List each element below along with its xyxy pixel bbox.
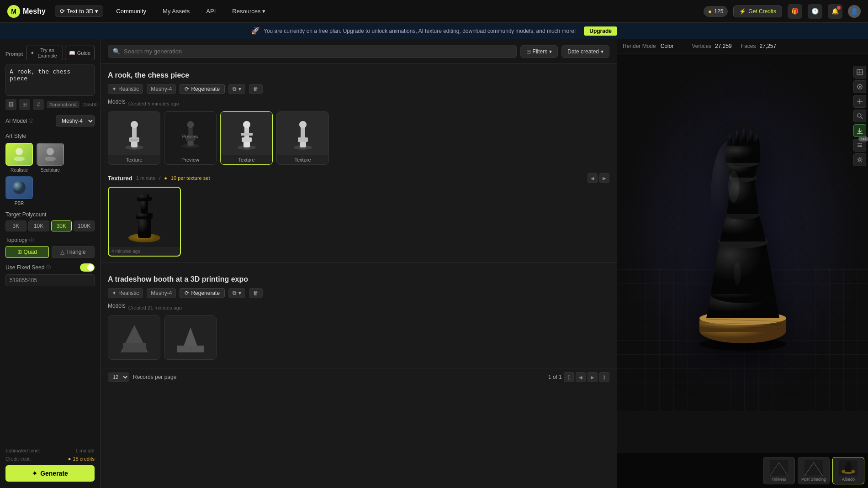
svg-marker-55 [734, 127, 741, 146]
filter-chevron-icon: ▾ [549, 48, 552, 55]
3d-viewer[interactable] [617, 53, 868, 411]
svg-point-66 [734, 262, 741, 285]
copy-action-button-2[interactable]: ⧉ ▾ [228, 288, 245, 298]
resources-nav[interactable]: Resources ▾ [228, 6, 269, 16]
layers-button[interactable] [853, 139, 866, 152]
poly-3k-button[interactable]: 3K [5, 220, 26, 231]
generate-button[interactable]: ✦ Generate [5, 465, 95, 482]
community-nav[interactable]: Community [112, 6, 150, 16]
fixed-seed-info-icon[interactable]: ⓘ [46, 264, 51, 271]
prev-page-button[interactable]: ◀ [576, 372, 586, 382]
image-tool-button[interactable]: 🖼 [5, 99, 16, 110]
pan-button[interactable] [853, 95, 866, 108]
model-select[interactable]: Meshy-4 [56, 115, 95, 126]
delete-action-button-2[interactable]: 🗑 [249, 288, 263, 298]
ai-model-section: AI Model ⓘ Meshy-4 [5, 115, 95, 127]
model-thumb-label-4: Texture [277, 155, 328, 164]
poly-30k-button[interactable]: 30K [51, 220, 72, 231]
my-assets-nav[interactable]: My Assets [159, 6, 193, 16]
view-3d-button[interactable] [853, 66, 866, 79]
guide-button[interactable]: 📖 Guide [65, 46, 95, 60]
seed-input[interactable] [5, 274, 95, 286]
date-label: Date created [567, 48, 599, 55]
regenerate-button-2[interactable]: ⟳ Regenerate [180, 288, 225, 298]
app-name: Meshy [23, 7, 46, 16]
get-credits-button[interactable]: ⚡ Get Credits [733, 5, 782, 17]
model-thumb-4[interactable]: Texture [276, 111, 329, 165]
poly-10k-button[interactable]: 10K [28, 220, 49, 231]
filters-button[interactable]: ⊟ Filters ▾ [520, 45, 558, 58]
model-thumb-3[interactable]: Texture [220, 111, 273, 165]
settings-button[interactable] [853, 153, 866, 166]
next-page-button[interactable]: ▶ [587, 372, 598, 382]
gift-button[interactable]: 🎁 [788, 4, 802, 19]
first-page-button[interactable]: ⟪ [564, 372, 574, 382]
models-created: Created 5 minutes ago [128, 101, 179, 106]
hash-tool-button[interactable]: # [33, 99, 44, 110]
download-button[interactable] [853, 124, 866, 137]
try-example-button[interactable]: ✦ Try an Example [26, 46, 63, 60]
fixed-seed-section: Use Fixed Seed ⓘ [5, 263, 95, 286]
poly-100k-button[interactable]: 100K [74, 220, 95, 231]
book-icon: 📖 [69, 50, 75, 56]
api-nav[interactable]: API [202, 6, 219, 16]
trilinear-thumb[interactable]: Trilinear [763, 457, 795, 484]
polycount-label: Target Polycount [5, 211, 95, 218]
zoom-button[interactable] [853, 110, 866, 122]
triangle-topology-button[interactable]: △ Triangle [52, 246, 95, 258]
sculpture-thumb [37, 143, 64, 166]
faces-value: 27,257 [759, 43, 776, 49]
upgrade-button[interactable]: Upgrade [584, 26, 617, 36]
model-thumb-gen2-1[interactable] [108, 315, 160, 360]
regen-icon: ⟳ [185, 86, 189, 92]
svg-rect-32 [137, 194, 140, 197]
notification-button[interactable]: 🔔 [828, 4, 842, 19]
fixed-seed-toggle[interactable] [80, 263, 95, 272]
albedo-thumb[interactable]: Albedo [832, 457, 864, 484]
estimated-time-label: Estimated time: [5, 448, 40, 453]
community-label: Community [116, 8, 146, 15]
topology-info-icon[interactable]: ⓘ [29, 237, 34, 243]
ai-model-info-icon[interactable]: ⓘ [29, 118, 33, 124]
vertices-label: Vertices [692, 43, 711, 49]
prompt-input[interactable]: A rook, the chess piece [5, 64, 95, 96]
quad-topology-button[interactable]: ⊞ Quad [5, 246, 49, 258]
right-panel: Render Mode Color Vertices 27,259 Faces … [617, 39, 868, 488]
logo[interactable]: M Meshy [7, 5, 46, 18]
art-style-realistic[interactable]: Realistic [5, 143, 33, 173]
model-thumb-gen2-img-2 [164, 316, 216, 359]
search-input[interactable] [124, 48, 512, 55]
art-style-pbr[interactable]: PBR [5, 176, 33, 206]
model-thumb-2[interactable]: Preview Preview [164, 111, 217, 165]
prompt-tools: 🖼 ⊞ # [5, 99, 44, 110]
last-page-button[interactable]: ⟫ [599, 372, 609, 382]
art-style-sculpture[interactable]: Sculpture [37, 143, 64, 173]
textured-thumb-1[interactable]: 4 minutes ago [108, 187, 181, 257]
clock-button[interactable]: 🕐 [808, 4, 822, 19]
viewer-top-bar: Render Mode Color Vertices 27,259 Faces … [617, 39, 868, 53]
next-textured-button[interactable]: ▶ [599, 173, 609, 183]
pbr-shading-thumb[interactable]: PBR Shading [798, 457, 830, 484]
animation-tag[interactable]: #animation# [47, 101, 79, 108]
per-page-select[interactable]: 12 [108, 373, 129, 382]
delete-action-button[interactable]: 🗑 [249, 84, 263, 94]
copy-action-button[interactable]: ⧉ ▾ [228, 84, 245, 94]
user-avatar[interactable]: 👤 [848, 5, 861, 18]
logo-icon: M [7, 5, 20, 18]
text-to-3d-nav[interactable]: ⟳ Text to 3D ▾ [55, 5, 104, 17]
coin-small-icon: ● [68, 456, 71, 462]
page-info: 1 of 1 [548, 374, 562, 380]
copy-icon: ⧉ [233, 86, 237, 92]
model-thumb-1[interactable]: Texture [108, 111, 160, 165]
grid-tool-button[interactable]: ⊞ [19, 99, 30, 110]
svg-point-3 [45, 157, 56, 161]
rotate-button[interactable] [853, 80, 866, 93]
prev-textured-button[interactable]: ◀ [587, 173, 598, 183]
gift-icon: 🎁 [791, 8, 799, 15]
sculpture-label: Sculpture [41, 168, 60, 173]
coin-icon: ● [708, 8, 712, 15]
date-sort-button[interactable]: Date created ▾ [561, 45, 609, 58]
trash-icon-2: 🗑 [253, 290, 259, 296]
regenerate-button-1[interactable]: ⟳ Regenerate [180, 84, 225, 94]
model-thumb-gen2-2[interactable] [164, 315, 217, 360]
